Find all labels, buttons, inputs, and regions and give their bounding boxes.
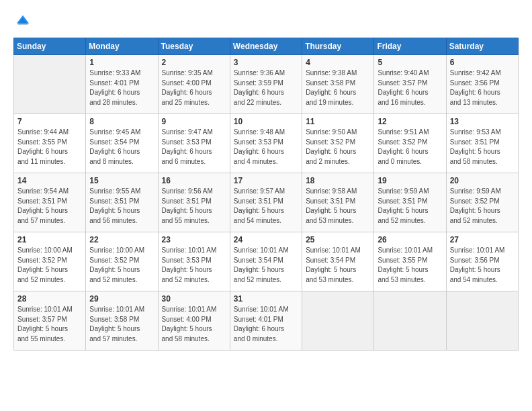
day-number: 29 xyxy=(89,294,154,304)
day-number: 26 xyxy=(378,235,442,244)
day-cell: 26Sunrise: 10:01 AMSunset: 3:55 PMDaylig… xyxy=(374,232,446,291)
day-cell: 30Sunrise: 10:01 AMSunset: 4:00 PMDaylig… xyxy=(158,291,230,351)
day-info: Sunrise: 9:35 AMSunset: 4:00 PMDaylight:… xyxy=(162,68,226,107)
day-info: Sunrise: 9:55 AMSunset: 3:51 PMDaylight:… xyxy=(89,187,154,226)
week-row-5: 28Sunrise: 10:01 AMSunset: 3:57 PMDaylig… xyxy=(14,291,519,351)
day-cell: 25Sunrise: 10:01 AMSunset: 3:54 PMDaylig… xyxy=(302,232,374,291)
day-number: 27 xyxy=(450,235,515,244)
day-cell: 28Sunrise: 10:01 AMSunset: 3:57 PMDaylig… xyxy=(14,291,86,351)
day-number: 28 xyxy=(17,294,82,304)
day-header-monday: Monday xyxy=(86,38,158,55)
day-cell: 20Sunrise: 9:59 AMSunset: 3:52 PMDayligh… xyxy=(446,173,518,232)
day-number: 16 xyxy=(162,176,226,185)
day-number: 7 xyxy=(17,117,82,126)
day-cell: 6Sunrise: 9:42 AMSunset: 3:56 PMDaylight… xyxy=(446,55,518,114)
day-cell: 1Sunrise: 9:33 AMSunset: 4:01 PMDaylight… xyxy=(86,55,158,114)
day-number: 25 xyxy=(306,235,370,244)
day-header-thursday: Thursday xyxy=(302,38,374,55)
day-number: 5 xyxy=(378,58,442,67)
day-cell: 18Sunrise: 9:58 AMSunset: 3:51 PMDayligh… xyxy=(302,173,374,232)
day-cell: 29Sunrise: 10:01 AMSunset: 3:58 PMDaylig… xyxy=(86,291,158,351)
day-info: Sunrise: 10:01 AMSunset: 3:54 PMDaylight… xyxy=(234,246,298,285)
day-headers-row: SundayMondayTuesdayWednesdayThursdayFrid… xyxy=(14,38,519,55)
day-cell xyxy=(446,291,518,351)
day-cell: 15Sunrise: 9:55 AMSunset: 3:51 PMDayligh… xyxy=(86,173,158,232)
day-info: Sunrise: 10:00 AMSunset: 3:52 PMDaylight… xyxy=(17,246,82,285)
day-cell xyxy=(302,291,374,351)
day-cell: 22Sunrise: 10:00 AMSunset: 3:52 PMDaylig… xyxy=(86,232,158,291)
day-cell: 17Sunrise: 9:57 AMSunset: 3:51 PMDayligh… xyxy=(230,173,302,232)
day-cell: 10Sunrise: 9:48 AMSunset: 3:53 PMDayligh… xyxy=(230,114,302,173)
day-number: 22 xyxy=(89,235,154,244)
day-cell: 16Sunrise: 9:56 AMSunset: 3:51 PMDayligh… xyxy=(158,173,230,232)
day-header-wednesday: Wednesday xyxy=(230,38,302,55)
day-number: 30 xyxy=(162,294,226,304)
day-cell xyxy=(14,55,86,114)
day-number: 24 xyxy=(234,235,298,244)
day-cell: 9Sunrise: 9:47 AMSunset: 3:53 PMDaylight… xyxy=(158,114,230,173)
day-cell: 4Sunrise: 9:38 AMSunset: 3:58 PMDaylight… xyxy=(302,55,374,114)
day-number: 4 xyxy=(306,58,370,67)
day-info: Sunrise: 9:42 AMSunset: 3:56 PMDaylight:… xyxy=(450,68,515,107)
day-info: Sunrise: 9:38 AMSunset: 3:58 PMDaylight:… xyxy=(306,68,370,107)
day-cell: 7Sunrise: 9:44 AMSunset: 3:55 PMDaylight… xyxy=(14,114,86,173)
day-cell: 11Sunrise: 9:50 AMSunset: 3:52 PMDayligh… xyxy=(302,114,374,173)
logo xyxy=(13,12,35,31)
day-cell: 8Sunrise: 9:45 AMSunset: 3:54 PMDaylight… xyxy=(86,114,158,173)
day-number: 14 xyxy=(17,176,82,185)
day-number: 17 xyxy=(234,176,298,185)
day-cell: 31Sunrise: 10:01 AMSunset: 4:01 PMDaylig… xyxy=(230,291,302,351)
day-info: Sunrise: 10:01 AMSunset: 3:55 PMDaylight… xyxy=(378,246,442,285)
day-info: Sunrise: 9:47 AMSunset: 3:53 PMDaylight:… xyxy=(162,128,226,167)
day-cell: 23Sunrise: 10:01 AMSunset: 3:53 PMDaylig… xyxy=(158,232,230,291)
day-info: Sunrise: 9:36 AMSunset: 3:59 PMDaylight:… xyxy=(234,68,298,107)
week-row-3: 14Sunrise: 9:54 AMSunset: 3:51 PMDayligh… xyxy=(14,173,519,232)
day-info: Sunrise: 9:59 AMSunset: 3:52 PMDaylight:… xyxy=(450,187,515,226)
day-cell: 3Sunrise: 9:36 AMSunset: 3:59 PMDaylight… xyxy=(230,55,302,114)
day-number: 20 xyxy=(450,176,515,185)
day-cell xyxy=(374,291,446,351)
day-cell: 19Sunrise: 9:59 AMSunset: 3:51 PMDayligh… xyxy=(374,173,446,232)
day-header-sunday: Sunday xyxy=(14,38,86,55)
week-row-1: 1Sunrise: 9:33 AMSunset: 4:01 PMDaylight… xyxy=(14,55,519,114)
day-info: Sunrise: 10:00 AMSunset: 3:52 PMDaylight… xyxy=(89,246,154,285)
day-info: Sunrise: 9:45 AMSunset: 3:54 PMDaylight:… xyxy=(89,128,154,167)
day-info: Sunrise: 10:01 AMSunset: 3:57 PMDaylight… xyxy=(17,305,82,344)
day-info: Sunrise: 9:56 AMSunset: 3:51 PMDaylight:… xyxy=(162,187,226,226)
day-cell: 2Sunrise: 9:35 AMSunset: 4:00 PMDaylight… xyxy=(158,55,230,114)
day-info: Sunrise: 10:01 AMSunset: 4:00 PMDaylight… xyxy=(162,305,226,344)
day-info: Sunrise: 9:40 AMSunset: 3:57 PMDaylight:… xyxy=(378,68,442,107)
day-cell: 21Sunrise: 10:00 AMSunset: 3:52 PMDaylig… xyxy=(14,232,86,291)
day-number: 13 xyxy=(450,117,515,126)
day-number: 23 xyxy=(162,235,226,244)
day-info: Sunrise: 10:01 AMSunset: 3:53 PMDaylight… xyxy=(162,246,226,285)
day-cell: 12Sunrise: 9:51 AMSunset: 3:52 PMDayligh… xyxy=(374,114,446,173)
day-header-tuesday: Tuesday xyxy=(158,38,230,55)
day-info: Sunrise: 9:57 AMSunset: 3:51 PMDaylight:… xyxy=(234,187,298,226)
calendar-table: SundayMondayTuesdayWednesdayThursdayFrid… xyxy=(13,38,519,351)
day-info: Sunrise: 10:01 AMSunset: 3:54 PMDaylight… xyxy=(306,246,370,285)
day-number: 12 xyxy=(378,117,442,126)
day-number: 31 xyxy=(234,294,298,304)
day-info: Sunrise: 10:01 AMSunset: 3:58 PMDaylight… xyxy=(89,305,154,344)
week-row-4: 21Sunrise: 10:00 AMSunset: 3:52 PMDaylig… xyxy=(14,232,519,291)
day-header-friday: Friday xyxy=(374,38,446,55)
day-number: 2 xyxy=(162,58,226,67)
day-info: Sunrise: 9:33 AMSunset: 4:01 PMDaylight:… xyxy=(89,68,154,107)
day-info: Sunrise: 9:50 AMSunset: 3:52 PMDaylight:… xyxy=(306,128,370,167)
day-number: 19 xyxy=(378,176,442,185)
day-info: Sunrise: 9:53 AMSunset: 3:51 PMDaylight:… xyxy=(450,128,515,167)
day-number: 11 xyxy=(306,117,370,126)
day-number: 15 xyxy=(89,176,154,185)
logo-icon xyxy=(13,12,32,31)
day-cell: 5Sunrise: 9:40 AMSunset: 3:57 PMDaylight… xyxy=(374,55,446,114)
week-row-2: 7Sunrise: 9:44 AMSunset: 3:55 PMDaylight… xyxy=(14,114,519,173)
day-info: Sunrise: 9:58 AMSunset: 3:51 PMDaylight:… xyxy=(306,187,370,226)
day-number: 18 xyxy=(306,176,370,185)
day-info: Sunrise: 10:01 AMSunset: 3:56 PMDaylight… xyxy=(450,246,515,285)
day-info: Sunrise: 9:44 AMSunset: 3:55 PMDaylight:… xyxy=(17,128,82,167)
day-number: 1 xyxy=(89,58,154,67)
header xyxy=(13,12,519,31)
day-number: 3 xyxy=(234,58,298,67)
day-number: 21 xyxy=(17,235,82,244)
